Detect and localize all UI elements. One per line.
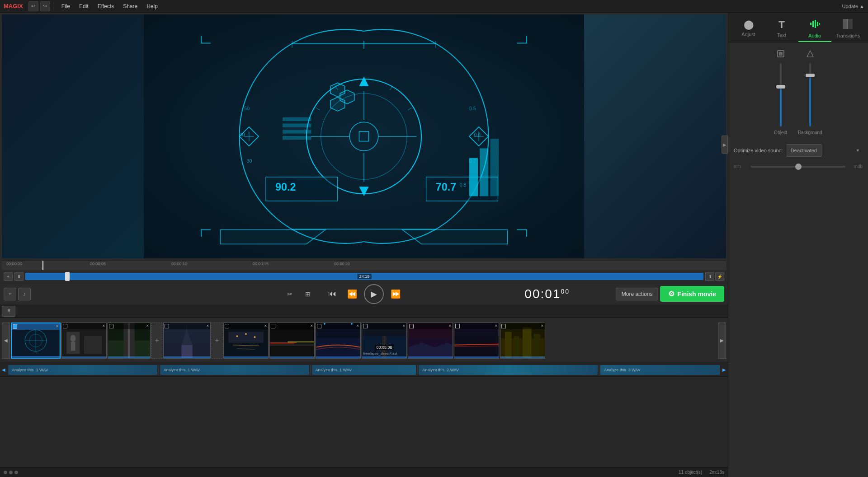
audio-arrow-left[interactable]: ◀ (2, 367, 5, 372)
more-actions-button[interactable]: More actions (616, 288, 659, 300)
clip-2-checkbox[interactable] (63, 324, 67, 328)
clip-8-checkbox[interactable] (363, 324, 368, 328)
clip-6-close[interactable]: ✕ (310, 324, 313, 328)
update-button[interactable]: Update ▲ (842, 4, 864, 9)
clip-1-checkbox[interactable] (13, 324, 17, 329)
video-clip-6[interactable]: ✕ (269, 323, 315, 359)
clip-7-footer (316, 356, 360, 358)
timeline-ruler[interactable]: 00:00:00 00:00:05 00:00:10 00:00:15 00:0… (2, 260, 726, 270)
redo-button[interactable]: ↪ (40, 1, 50, 11)
video-clip-1[interactable]: ✕ (11, 323, 61, 359)
tab-transitions[interactable]: Transitions (831, 16, 864, 42)
background-slider-group: Background (798, 50, 822, 135)
svg-marker-108 (807, 51, 813, 57)
scissors-button[interactable]: ✂ (283, 287, 297, 301)
svg-rect-26 (283, 123, 311, 127)
video-clip-9[interactable]: ✕ (408, 323, 453, 359)
clip-11-close[interactable]: ✕ (541, 324, 544, 328)
video-clip-7[interactable]: ✕ ▼ ▼ (316, 323, 361, 359)
video-clip-10[interactable]: ✕ (454, 323, 499, 359)
optimize-select[interactable]: Deactivated Music Speech Automatic (787, 144, 821, 157)
clip-10-checkbox[interactable] (455, 324, 460, 328)
scrubber-right-btn-1[interactable]: ⏸ (705, 272, 714, 281)
video-clip-5[interactable]: ✕ (223, 323, 269, 359)
scrubber-handle[interactable] (65, 272, 70, 281)
tab-text[interactable]: T Text (765, 16, 798, 42)
clip-1-close[interactable]: ✕ (56, 324, 59, 328)
svg-text:0.5: 0.5 (469, 106, 476, 111)
video-clip-8[interactable]: ✕ 00:05:08 timelapse_street4.avi (362, 323, 407, 359)
svg-rect-89 (454, 336, 499, 358)
menu-help[interactable]: Help (143, 2, 161, 11)
menu-file[interactable]: File (58, 2, 74, 11)
clip-7-checkbox[interactable] (317, 324, 321, 328)
clip-5-close[interactable]: ✕ (264, 324, 267, 328)
rewind-button[interactable]: ⏪ (344, 286, 360, 302)
track-nav-left[interactable]: ◀ (2, 323, 10, 359)
audio-label-1: Analyze this_1.WAV (12, 368, 48, 372)
svg-rect-34 (480, 148, 488, 196)
video-clip-4[interactable]: ✕ (163, 323, 211, 359)
audio-label-2: Analyze this_1.WAV (164, 368, 200, 372)
audio-track-sep-2 (310, 365, 311, 375)
scrubber-lightning-btn[interactable]: ⚡ (715, 272, 724, 281)
finish-movie-button[interactable]: ⚙ Finish movie (660, 286, 724, 302)
range-thumb[interactable] (795, 164, 802, 170)
clip-8-close[interactable]: ✕ (402, 324, 406, 328)
right-panel-collapse-button[interactable]: ▶ (722, 136, 728, 154)
audio-arrow-right[interactable]: ▶ (722, 367, 726, 372)
clip-11-checkbox[interactable] (501, 324, 506, 328)
add-audio-button[interactable]: ♪ (18, 288, 31, 300)
add-between-3-4[interactable]: + (151, 323, 162, 359)
clip-10-header: ✕ (454, 323, 499, 329)
range-track[interactable] (751, 166, 845, 168)
menu-edit[interactable]: Edit (75, 2, 92, 11)
svg-text:50: 50 (244, 106, 250, 111)
clip-3-checkbox[interactable] (109, 324, 113, 328)
play-button[interactable]: ▶ (364, 284, 384, 304)
sliders-row: Object Background (734, 50, 863, 135)
add-between-4-5[interactable]: + (212, 323, 222, 359)
video-clip-3[interactable]: ✕ (108, 323, 151, 359)
tab-audio[interactable]: Audio (798, 16, 831, 42)
transitions-icon (843, 19, 853, 31)
menu-share[interactable]: Share (119, 2, 141, 11)
video-clip-11[interactable]: ✕ (500, 323, 545, 359)
tab-transitions-label: Transitions (836, 33, 860, 38)
background-slider-container (805, 63, 816, 126)
clip-3-close[interactable]: ✕ (146, 324, 149, 328)
video-clip-2[interactable]: ✕ (61, 323, 107, 359)
track-header-row: ⠿ (0, 304, 728, 318)
track-handle[interactable]: ⠿ (2, 306, 15, 317)
status-dot-3 (14, 471, 18, 474)
tab-adjust[interactable]: ⬤ Adjust (732, 16, 765, 42)
clip-10-close[interactable]: ✕ (495, 324, 498, 328)
scrubber-track[interactable]: 24:19 (25, 273, 703, 280)
clip-2-close[interactable]: ✕ (102, 324, 105, 328)
track-nav-right[interactable]: ▶ (718, 323, 726, 359)
clip-4-checkbox[interactable] (165, 324, 169, 328)
fast-forward-button[interactable]: ⏩ (387, 286, 404, 302)
scrubber-bar: + ⏸ 24:19 ⏸ ⚡ (2, 270, 726, 283)
audio-track-content: Analyze this_1.WAV (8, 365, 157, 375)
object-slider-thumb[interactable] (776, 85, 785, 89)
background-slider-thumb[interactable] (806, 74, 815, 77)
optimize-row: Optimize video sound: Deactivated Music … (734, 144, 863, 157)
tab-audio-label: Audio (808, 33, 821, 38)
status-dots (4, 471, 18, 474)
clip-5-checkbox[interactable] (225, 324, 229, 328)
clip-9-close[interactable]: ✕ (448, 324, 452, 328)
scrubber-add-button[interactable]: + (4, 272, 13, 281)
clip-9-checkbox[interactable] (409, 324, 414, 328)
object-slider-fill (780, 89, 782, 126)
scrubber-pause-button[interactable]: ⏸ (14, 272, 24, 281)
grid-view-button[interactable]: ⊞ (301, 287, 315, 301)
add-clip-button[interactable]: + (4, 288, 16, 300)
svg-marker-24 (330, 97, 345, 111)
clip-4-close[interactable]: ✕ (206, 324, 209, 328)
clip-6-checkbox[interactable] (271, 324, 275, 328)
undo-button[interactable]: ↩ (28, 1, 38, 11)
menu-effects[interactable]: Effects (94, 2, 118, 11)
clip-7-close[interactable]: ✕ (356, 324, 359, 328)
skip-to-start-button[interactable]: ⏮ (324, 286, 340, 302)
